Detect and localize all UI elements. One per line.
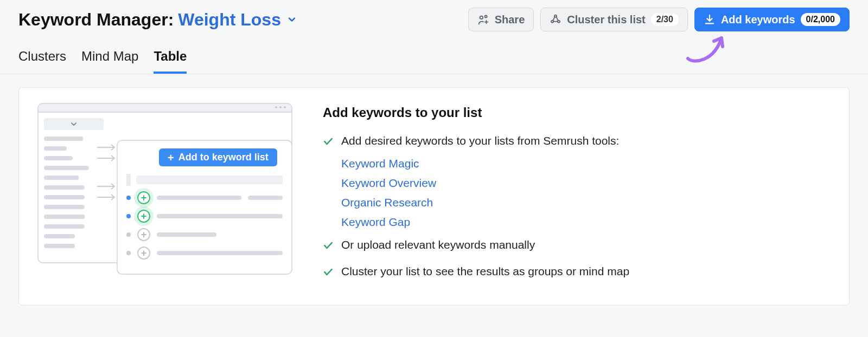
link-keyword-overview[interactable]: Keyword Overview [341, 177, 629, 190]
check-icon [323, 238, 334, 256]
share-button[interactable]: Share [468, 8, 534, 31]
empty-state-info: Add keywords to your list Add desired ke… [323, 103, 629, 290]
svg-point-0 [480, 16, 483, 19]
link-keyword-magic[interactable]: Keyword Magic [341, 157, 629, 170]
empty-state-heading: Add keywords to your list [323, 105, 629, 120]
tool-links: Keyword Magic Keyword Overview Organic R… [341, 157, 629, 229]
add-keywords-label: Add keywords [721, 14, 795, 26]
bullet-upload-manual: Or upload relevant keywords manually [323, 236, 629, 256]
share-icon [477, 14, 489, 25]
link-organic-research[interactable]: Organic Research [341, 196, 629, 209]
cluster-icon [550, 14, 561, 25]
download-icon [704, 14, 716, 25]
bullet-text: Add desired keywords to your lists from … [341, 132, 619, 150]
page-header: Keyword Manager: Weight Loss Share Clust… [0, 0, 868, 31]
tab-table[interactable]: Table [154, 49, 187, 74]
check-icon [323, 265, 334, 282]
add-keywords-button[interactable]: Add keywords 0/2,000 [694, 8, 850, 31]
list-name: Weight Loss [178, 10, 281, 30]
cluster-button[interactable]: Cluster this list 2/30 [540, 8, 688, 31]
view-tabs: Clusters Mind Map Table [0, 31, 868, 74]
tab-clusters[interactable]: Clusters [18, 49, 66, 74]
add-keywords-count-pill: 0/2,000 [801, 13, 840, 27]
check-icon [323, 134, 334, 152]
cluster-label: Cluster this list [567, 14, 645, 26]
illus-button-label: Add to keyword list [178, 152, 269, 163]
list-selector[interactable]: Weight Loss [178, 10, 297, 30]
empty-state-card: + Add to keyword list + + + + Add keywor… [18, 87, 850, 306]
bullet-add-from-tools: Add desired keywords to your lists from … [323, 132, 629, 152]
page-title: Keyword Manager: Weight Loss [18, 10, 297, 30]
title-prefix: Keyword Manager: [18, 10, 174, 30]
svg-point-1 [484, 15, 487, 17]
bullet-text: Cluster your list to see the results as … [341, 263, 629, 280]
share-label: Share [495, 14, 525, 26]
link-keyword-gap[interactable]: Keyword Gap [341, 216, 629, 229]
chevron-down-icon [286, 14, 297, 25]
header-actions: Share Cluster this list 2/30 Add keyword… [468, 8, 850, 31]
illustration: + Add to keyword list + + + + [37, 103, 292, 263]
bullet-cluster: Cluster your list to see the results as … [323, 263, 629, 282]
cluster-count-pill: 2/30 [651, 13, 679, 27]
illus-add-button: + Add to keyword list [159, 148, 277, 166]
bullet-text: Or upload relevant keywords manually [341, 236, 535, 254]
tab-mindmap[interactable]: Mind Map [81, 49, 138, 74]
